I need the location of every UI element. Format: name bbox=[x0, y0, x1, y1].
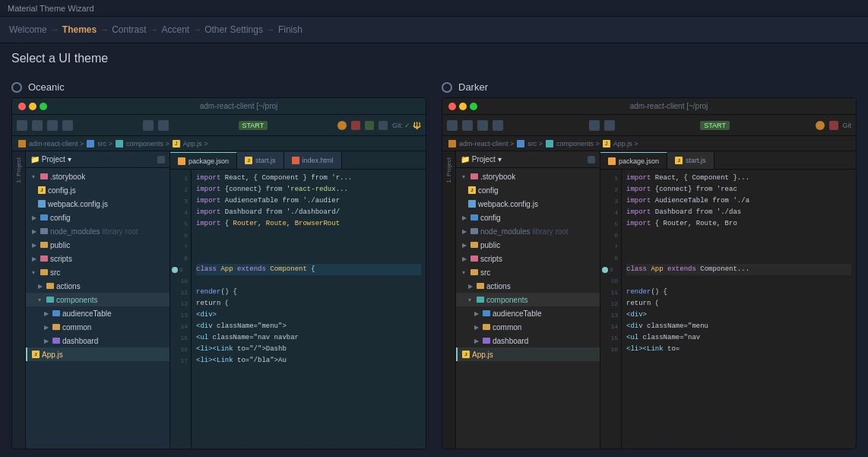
dlabel-actions: actions bbox=[486, 282, 511, 290]
git-text-oceanic: Git: ✓ 🔱 bbox=[392, 122, 421, 129]
ide-titlebar-darker: adm-react-client [~/proj bbox=[442, 98, 856, 115]
code-line-17: <li><Link to="/bla">Au bbox=[196, 355, 421, 367]
ide-breadcrumb-oceanic: adm-react-client > src > components > J … bbox=[12, 136, 426, 151]
ide-breadcrumb-darker: adm-react-client > src > components > J … bbox=[442, 136, 856, 151]
dtree-components[interactable]: ▾ components bbox=[456, 293, 600, 306]
icon-webpack bbox=[38, 200, 46, 208]
breadcrumb-arrow-3: → bbox=[150, 24, 159, 35]
dcode-line-6 bbox=[626, 230, 851, 241]
breadcrumb-themes[interactable]: Themes bbox=[62, 24, 97, 35]
dtree-scripts[interactable]: ▶ scripts bbox=[456, 252, 600, 265]
breadcrumb-finish[interactable]: Finish bbox=[278, 24, 303, 35]
tab-indexhtml-oceanic[interactable]: index.html bbox=[284, 152, 342, 169]
project-sidebar-narrow-darker: 1: Project bbox=[442, 151, 456, 449]
dchevron-common: ▶ bbox=[474, 324, 480, 331]
breadcrumb-other[interactable]: Other Settings bbox=[204, 24, 263, 35]
chevron-public: ▶ bbox=[32, 242, 38, 249]
bc-appjs: App.js > bbox=[183, 140, 208, 148]
radio-darker[interactable] bbox=[442, 82, 452, 93]
tree-actions[interactable]: ▶ actions bbox=[26, 279, 169, 293]
tree-configjs[interactable]: J config.js bbox=[26, 183, 169, 197]
breadcrumb-welcome[interactable]: Welcome bbox=[9, 24, 47, 35]
chevron-audiencetable: ▶ bbox=[44, 310, 50, 317]
dtree-webpack[interactable]: webpack.config.js bbox=[456, 197, 600, 211]
tree-common[interactable]: ▶ common bbox=[26, 320, 169, 334]
chevron-common: ▶ bbox=[44, 324, 50, 331]
tree-components[interactable]: ▾ components bbox=[26, 293, 169, 306]
sidebar-settings-icon[interactable] bbox=[157, 156, 165, 163]
breadcrumb-arrow-1: → bbox=[50, 24, 59, 35]
dtree-appjs[interactable]: J App.js bbox=[456, 348, 600, 361]
ide-body-darker: 1: Project 📁 Project ▾ ▾ .stor bbox=[442, 151, 856, 449]
dtree-configjs[interactable]: J config bbox=[456, 183, 600, 197]
chevron-nodemodules: ▶ bbox=[32, 228, 38, 235]
code-editor-darker: 12345 678 9 1011121314 1516 import React… bbox=[600, 170, 856, 449]
code-line-7 bbox=[196, 241, 421, 252]
sidebar-settings-icon-darker[interactable] bbox=[588, 156, 595, 163]
tree-nodemodules[interactable]: ▶ node_modules library root bbox=[26, 224, 169, 238]
tab-packagejson-darker[interactable]: package.json bbox=[600, 152, 667, 169]
tree-storybook[interactable]: ▾ .storybook bbox=[26, 170, 169, 183]
dtree-src[interactable]: ▾ src bbox=[456, 265, 600, 279]
ide-title-darker: adm-react-client [~/proj bbox=[488, 102, 850, 110]
code-editor-oceanic: 12345 678 9 1011121314 151617 import Rea… bbox=[170, 170, 426, 449]
tb-btn-1 bbox=[17, 120, 27, 131]
radio-oceanic[interactable] bbox=[11, 82, 22, 93]
folder-actions bbox=[46, 283, 54, 289]
dfolder-dashboard bbox=[483, 338, 490, 344]
tree-config[interactable]: ▶ config bbox=[26, 211, 169, 224]
dtree-actions[interactable]: ▶ actions bbox=[456, 279, 600, 293]
tree-public[interactable]: ▶ public bbox=[26, 238, 169, 252]
tree-dashboard[interactable]: ▶ dashboard bbox=[26, 334, 169, 348]
tab-startjs-oceanic[interactable]: J start.js bbox=[237, 152, 284, 169]
editor-main-darker: package.json J start.js 12345 678 9 1011… bbox=[600, 151, 856, 449]
theme-panel-oceanic[interactable]: Oceanic adm-react-client [~/proj bbox=[11, 81, 426, 449]
dtree-public[interactable]: ▶ public bbox=[456, 238, 600, 252]
tb-btn-9 bbox=[365, 121, 374, 130]
ps-label-darker: 1: Project bbox=[445, 157, 452, 183]
tb-btn-3 bbox=[47, 120, 58, 131]
editor-main-oceanic: package.json J start.js index.html bbox=[170, 151, 426, 449]
line-numbers-darker: 12345 678 9 1011121314 1516 bbox=[600, 170, 622, 449]
dtree-audiencetable[interactable]: ▶ audienceTable bbox=[456, 306, 600, 320]
tl-yellow-darker bbox=[459, 103, 467, 110]
editor-tabs-darker: package.json J start.js bbox=[600, 151, 856, 170]
tree-webpack[interactable]: webpack.config.js bbox=[26, 197, 169, 211]
dtb-btn-8 bbox=[829, 121, 838, 130]
breadcrumb-accent[interactable]: Accent bbox=[162, 24, 190, 35]
editor-tabs-oceanic: package.json J start.js index.html bbox=[170, 151, 426, 170]
dchevron-public: ▶ bbox=[462, 242, 468, 249]
tl-red-darker bbox=[448, 103, 456, 110]
tree-appjs[interactable]: J App.js bbox=[26, 348, 169, 361]
dtree-nodemodules[interactable]: ▶ node_modules library root bbox=[456, 224, 600, 238]
breadcrumb-contrast[interactable]: Contrast bbox=[112, 24, 146, 35]
bc-src: src > bbox=[97, 140, 112, 148]
tree-src[interactable]: ▾ src bbox=[26, 265, 169, 279]
dchevron-storybook: ▾ bbox=[462, 173, 468, 180]
tree-audiencetable[interactable]: ▶ audienceTable bbox=[26, 306, 169, 320]
dtree-config[interactable]: ▶ config bbox=[456, 211, 600, 224]
bc-dsrc: src > bbox=[527, 140, 543, 148]
tb-btn-4 bbox=[62, 120, 73, 131]
label-common: common bbox=[62, 323, 91, 332]
bc-icon-3 bbox=[116, 140, 123, 148]
dtb-btn-4 bbox=[493, 120, 503, 131]
dtree-dashboard[interactable]: ▶ dashboard bbox=[456, 334, 600, 348]
dtree-storybook[interactable]: ▾ .storybook bbox=[456, 170, 600, 183]
chevron-dashboard: ▶ bbox=[44, 338, 50, 344]
dtree-common[interactable]: ▶ common bbox=[456, 320, 600, 334]
tab-startjs-darker[interactable]: J start.js bbox=[667, 152, 714, 169]
project-sidebar-narrow-oceanic: 1: Project bbox=[12, 151, 26, 449]
theme-panel-darker[interactable]: Darker adm-react-client [~/proj bbox=[442, 81, 857, 449]
traffic-lights-darker bbox=[448, 103, 477, 110]
breadcrumb-arrow-2: → bbox=[100, 24, 109, 35]
code-line-14: <div className="menu"> bbox=[196, 321, 421, 332]
tree-scripts[interactable]: ▶ scripts bbox=[26, 252, 169, 265]
tab-label-indexhtml: index.html bbox=[303, 157, 334, 164]
code-line-6 bbox=[196, 230, 421, 241]
dfolder-storybook bbox=[470, 173, 478, 179]
dtab-label-packagejson: package.json bbox=[619, 157, 659, 165]
dlabel-webpack: webpack.config.js bbox=[478, 200, 538, 208]
dtb-btn-1 bbox=[447, 120, 458, 131]
tab-packagejson-oceanic[interactable]: package.json bbox=[170, 152, 237, 169]
